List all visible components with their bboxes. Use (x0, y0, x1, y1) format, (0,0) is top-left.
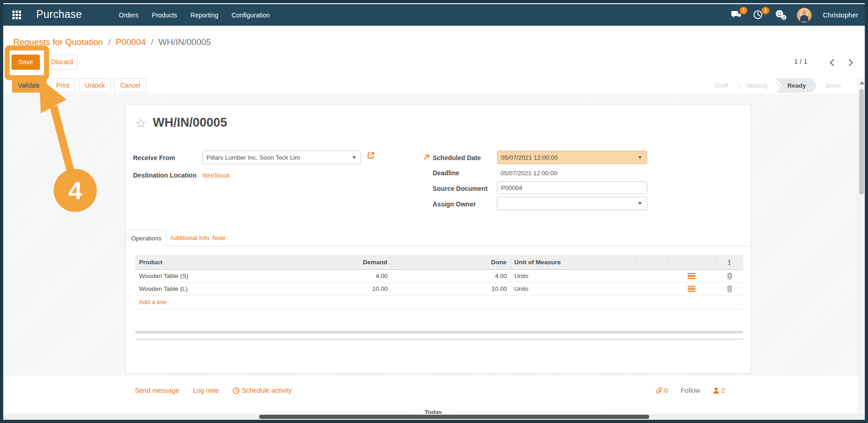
assign-owner-label: Assign Owner (433, 200, 476, 208)
tab-note[interactable]: Note (208, 230, 230, 246)
receive-from-label: Receive From (133, 154, 175, 161)
schedule-activity-clock-icon (233, 387, 239, 394)
col-buttons (668, 255, 716, 270)
delete-row-icon[interactable] (716, 285, 743, 292)
annotation-step-number: 4 (68, 177, 82, 204)
table-row[interactable]: Wooden Table (S) 4.00 4.00 Units (135, 270, 743, 283)
schedule-activity-button[interactable]: Schedule activity (233, 387, 292, 394)
scheduled-date-label: Scheduled Date (433, 154, 481, 161)
divider (135, 338, 743, 340)
cell-demand[interactable]: 10.00 (275, 285, 391, 292)
horizontal-scrollbar[interactable] (3, 414, 865, 420)
cell-done[interactable]: 10.00 (391, 285, 511, 292)
scheduled-date-link-icon[interactable] (423, 153, 430, 160)
messages-badge: 1 (740, 7, 747, 14)
pager-count: 1 / 1 (794, 57, 807, 65)
chatter-buttons: Send message Log note Schedule activity (135, 387, 292, 394)
col-unit-of-measure[interactable]: Unit of Measure (511, 255, 637, 270)
cell-uom[interactable]: Units (511, 273, 637, 279)
cell-product[interactable]: Wooden Table (L) (135, 285, 275, 292)
user-name[interactable]: Christopher (823, 11, 858, 19)
form-card: ☆ WH/IN/00005 Receive From Destination L… (125, 104, 751, 374)
col-empty (637, 255, 668, 270)
pager-next-icon[interactable] (846, 59, 853, 66)
attachments-button[interactable]: 0 (656, 387, 668, 394)
cell-uom[interactable]: Units (511, 285, 637, 292)
status-step-done[interactable]: Done (817, 78, 850, 93)
log-note-button[interactable]: Log note (193, 387, 219, 394)
top-navbar: Purchase Orders Products Reporting Confi… (3, 4, 865, 26)
follow-button[interactable]: Follow (681, 387, 700, 394)
navbar-right: 1 1 Christopher (731, 4, 858, 26)
feedback-smileys-icon[interactable] (775, 10, 786, 21)
statusbar: Draft Waiting Ready Done (706, 78, 850, 93)
vertical-scroll-thumb[interactable] (859, 89, 864, 195)
col-product[interactable]: Product (135, 255, 275, 270)
source-document-input[interactable] (497, 181, 647, 194)
vertical-scrollbar[interactable] (858, 78, 865, 417)
destination-location-link[interactable]: WH/Stock (202, 172, 230, 179)
cell-product[interactable]: Wooden Table (S) (135, 273, 275, 279)
table-header: Product Demand Done Unit of Measure ⋮ (135, 255, 743, 270)
messages-icon[interactable]: 1 (731, 10, 742, 21)
activities-clock-icon[interactable]: 1 (753, 10, 764, 21)
status-step-draft[interactable]: Draft (706, 78, 737, 93)
cancel-button[interactable]: Cancel (114, 78, 146, 93)
status-step-waiting[interactable]: Waiting (738, 78, 777, 93)
cell-demand[interactable]: 4.00 (275, 273, 391, 279)
scheduled-date-input[interactable] (497, 150, 647, 164)
detailed-operations-icon[interactable] (688, 273, 696, 279)
send-message-button[interactable]: Send message (135, 387, 179, 394)
followers-button[interactable]: 2 (713, 387, 725, 394)
user-avatar[interactable] (797, 8, 812, 22)
favorite-star-icon[interactable]: ☆ (135, 117, 146, 130)
screenshot-frame: Purchase Orders Products Reporting Confi… (0, 0, 868, 423)
notebook-tabs: Operations Additional Info Note (125, 230, 751, 246)
optional-columns-icon[interactable]: ⋮ (716, 255, 743, 270)
annotation-arrow: 4 (17, 63, 109, 219)
activities-badge: 1 (762, 7, 769, 14)
delete-row-icon[interactable] (716, 273, 743, 279)
col-done[interactable]: Done (391, 255, 511, 270)
scroll-up-icon[interactable] (860, 81, 864, 84)
main-menu: Orders Products Reporting Configuration (119, 4, 270, 26)
followers-person-icon (713, 387, 719, 394)
status-step-ready[interactable]: Ready (776, 78, 817, 93)
menu-products[interactable]: Products (152, 11, 177, 19)
pager-nav (831, 57, 852, 67)
receive-from-input[interactable] (202, 150, 361, 164)
breadcrumb-separator: / (148, 37, 156, 47)
destination-location-label: Destination Location (133, 172, 196, 179)
breadcrumb-p00004[interactable]: P00004 (116, 37, 146, 47)
deadline-value: 05/07/2021 12:00:00 (501, 170, 557, 177)
breadcrumb-current: WH/IN/00005 (159, 37, 211, 47)
paperclip-icon (656, 387, 662, 394)
menu-orders[interactable]: Orders (119, 11, 139, 19)
add-a-line-link[interactable]: Add a line (135, 295, 743, 309)
chatter-right: 0 Follow 2 (656, 387, 725, 394)
assign-owner-input[interactable] (497, 197, 647, 210)
divider (135, 331, 743, 334)
apps-menu-icon[interactable] (12, 11, 21, 19)
menu-reporting[interactable]: Reporting (190, 11, 218, 19)
detailed-operations-icon[interactable] (688, 286, 696, 292)
breadcrumb-separator: / (106, 37, 113, 47)
table-row[interactable]: Wooden Table (L) 10.00 10.00 Units (135, 283, 743, 295)
operations-table: Product Demand Done Unit of Measure ⋮ Wo… (135, 255, 743, 309)
receive-from-external-link-icon[interactable] (367, 151, 375, 159)
deadline-label: Deadline (433, 169, 459, 177)
horizontal-scroll-thumb[interactable] (259, 415, 649, 419)
source-document-label: Source Document (433, 185, 488, 192)
cell-done[interactable]: 4.00 (391, 273, 511, 279)
document-title: WH/IN/00005 (153, 116, 227, 130)
app-name[interactable]: Purchase (36, 8, 82, 21)
tab-additional-info[interactable]: Additional Info (166, 230, 214, 246)
tab-operations[interactable]: Operations (126, 230, 167, 246)
menu-configuration[interactable]: Configuration (232, 11, 270, 19)
col-demand[interactable]: Demand (275, 255, 391, 270)
pager-previous-icon[interactable] (830, 59, 837, 66)
